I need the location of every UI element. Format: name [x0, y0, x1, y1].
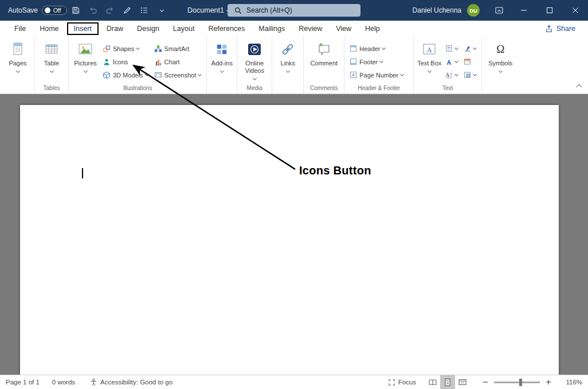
header-button[interactable]: Header	[347, 42, 411, 55]
footer-button[interactable]: Footer	[347, 55, 411, 68]
tab-review[interactable]: Review	[292, 22, 329, 35]
undo-button[interactable]	[84, 0, 101, 21]
zoom-out-button[interactable]	[480, 375, 491, 389]
pictures-button[interactable]: Pictures	[71, 37, 100, 84]
icons-button[interactable]: Icons	[100, 55, 151, 68]
smartart-button[interactable]: SmartArt	[151, 42, 205, 55]
add-ins-button[interactable]: Add-ins	[209, 37, 234, 84]
symbols-button[interactable]: Ω Symbols	[484, 37, 516, 84]
page-number-label: Page Number	[359, 72, 398, 79]
tab-references[interactable]: References	[201, 22, 252, 35]
page-number-button[interactable]: # Page Number	[347, 68, 411, 81]
online-videos-button[interactable]: Online Videos	[240, 37, 269, 84]
word-count[interactable]: 0 words	[52, 379, 75, 386]
tab-draw[interactable]: Draw	[100, 22, 130, 35]
shapes-button[interactable]: Shapes	[100, 42, 151, 55]
maximize-button[interactable]	[536, 0, 562, 21]
search-box[interactable]	[228, 4, 360, 17]
autosave-state: Off	[53, 7, 61, 14]
web-layout-button[interactable]	[455, 375, 470, 389]
links-label: Links	[280, 60, 295, 67]
3d-models-label: 3D Models	[113, 72, 143, 79]
table-button[interactable]: Table	[37, 37, 66, 84]
tab-design[interactable]: Design	[130, 22, 166, 35]
icons-label: Icons	[113, 59, 128, 65]
customize-qat-button[interactable]	[153, 0, 170, 21]
tab-mailings[interactable]: Mailings	[252, 22, 292, 35]
drop-cap-button[interactable]: A	[442, 68, 461, 81]
focus-icon	[388, 379, 395, 386]
signature-line-button[interactable]	[461, 42, 479, 55]
wordart-button[interactable]: A	[442, 55, 461, 68]
pages-label: Pages	[9, 60, 26, 67]
maximize-icon	[546, 7, 553, 14]
minimize-icon	[520, 7, 527, 14]
pictures-label: Pictures	[74, 60, 97, 67]
redo-button[interactable]	[101, 0, 119, 21]
tab-home[interactable]: Home	[33, 22, 65, 35]
share-label: Share	[556, 25, 575, 33]
chevron-down-icon	[379, 59, 383, 63]
symbols-omega-icon: Ω	[496, 43, 504, 56]
signature-line-icon	[464, 45, 471, 52]
chevron-down-icon	[83, 69, 87, 73]
draw-tool-button[interactable]	[119, 0, 136, 21]
comment-button[interactable]: Comment	[306, 37, 342, 84]
chevron-down-icon	[499, 69, 503, 73]
zoom-slider-thumb[interactable]	[519, 379, 522, 386]
links-button[interactable]: Links	[275, 37, 301, 84]
autosave-toggle[interactable]: Off	[42, 6, 67, 15]
ribbon-group-media: Online Videos Media	[237, 37, 272, 94]
chevron-down-icon	[428, 69, 432, 73]
text-box-button[interactable]: A Text Box	[416, 37, 442, 84]
title-bar: AutoSave Off	[0, 0, 588, 21]
read-mode-button[interactable]	[425, 375, 440, 389]
undo-icon	[88, 6, 97, 15]
status-bar: Page 1 of 1 0 words Accessibility: Good …	[0, 375, 588, 389]
zoom-out-icon	[483, 379, 488, 385]
3d-models-button[interactable]: 3D Models	[100, 68, 151, 81]
avatar[interactable]: DU	[467, 4, 480, 17]
chevron-down-icon	[15, 69, 19, 73]
zoom-level[interactable]: 116%	[562, 379, 582, 386]
document-page[interactable]	[20, 105, 559, 375]
table-icon	[44, 42, 59, 56]
zoom-in-button[interactable]	[543, 375, 554, 389]
focus-button[interactable]: Focus	[388, 379, 416, 386]
chart-button[interactable]: Chart	[151, 55, 205, 68]
print-layout-button[interactable]	[440, 375, 455, 389]
tab-insert[interactable]: Insert	[67, 22, 99, 35]
close-button[interactable]	[562, 0, 588, 21]
zoom-slider[interactable]	[494, 382, 540, 383]
group-label-tables: Tables	[35, 85, 68, 91]
footer-label: Footer	[359, 59, 378, 65]
quick-access-list-button[interactable]	[136, 0, 153, 21]
user-name[interactable]: Daniel Uchenna	[413, 6, 461, 14]
ribbon-display-options-button[interactable]	[488, 0, 511, 21]
save-button[interactable]	[67, 0, 84, 21]
date-time-button[interactable]	[461, 55, 479, 68]
quick-parts-button[interactable]	[442, 42, 461, 55]
collapse-ribbon-button[interactable]	[577, 84, 582, 90]
object-button[interactable]	[461, 68, 479, 81]
tab-help[interactable]: Help	[358, 22, 387, 35]
search-input[interactable]	[246, 6, 350, 14]
text-box-label: Text Box	[417, 60, 441, 67]
screenshot-icon	[154, 71, 162, 79]
minimize-button[interactable]	[511, 0, 536, 21]
autosave-control[interactable]: AutoSave Off	[8, 6, 67, 15]
share-button[interactable]: Share	[545, 25, 575, 33]
object-icon	[464, 71, 471, 79]
svg-text:A: A	[447, 59, 452, 65]
accessibility-status[interactable]: Accessibility: Good to go	[90, 378, 173, 386]
chevron-down-icon	[136, 46, 140, 50]
tab-layout[interactable]: Layout	[166, 22, 202, 35]
3d-models-icon	[103, 71, 111, 79]
screenshot-button[interactable]: Screenshot	[151, 68, 205, 81]
chevron-down-icon	[473, 46, 477, 50]
pictures-icon	[78, 43, 93, 56]
pages-button[interactable]: Pages	[3, 37, 32, 84]
tab-view[interactable]: View	[329, 22, 358, 35]
tab-file[interactable]: File	[7, 22, 33, 35]
page-indicator[interactable]: Page 1 of 1	[6, 379, 40, 386]
